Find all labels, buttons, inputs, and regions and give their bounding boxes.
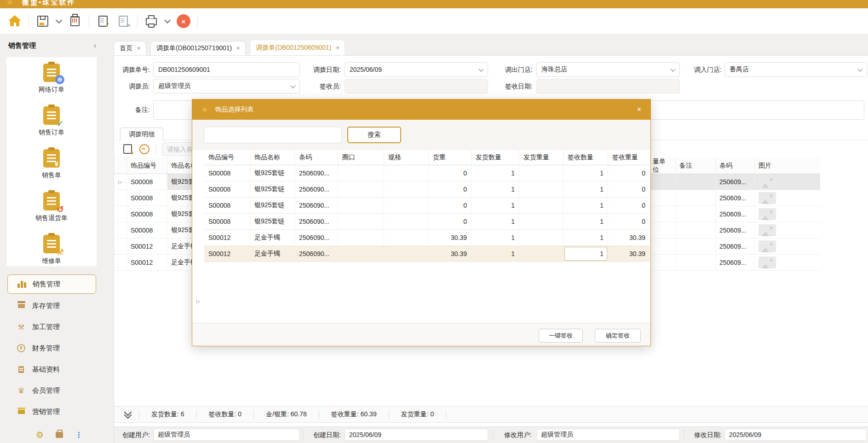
dialog-close-icon[interactable]: ×	[637, 105, 641, 114]
cell-weight-unit	[649, 174, 676, 190]
transfer-no-input[interactable]: DB001250609001	[153, 62, 300, 77]
sidebar-item-base-doc[interactable]: 基础资料	[7, 360, 96, 379]
row-expand-icon[interactable]: ▷	[196, 298, 200, 304]
cell-ship-qty: 1	[471, 181, 519, 198]
cell-ship-qty: 1	[471, 165, 519, 181]
sidebar-shortcut[interactable]: ¥销售单	[42, 149, 61, 180]
receive-all-button[interactable]: 一键签收	[539, 329, 583, 343]
chevron-down-icon	[478, 66, 483, 71]
confirm-receive-button[interactable]: 确定签收	[595, 329, 641, 343]
cell-item-code: S00008	[204, 181, 250, 198]
sidebar-item-marketing-box[interactable]: 营销管理	[7, 402, 96, 421]
table-row[interactable]: 250609...	[649, 239, 820, 255]
to-store-select[interactable]: 番禺店	[724, 62, 867, 77]
summary-item: 金/银重: 60.78	[254, 410, 319, 419]
chevron-down-icon	[857, 66, 862, 71]
table-row[interactable]: 250609...	[649, 174, 820, 190]
dialog-table-row[interactable]: S00012足金手镯2506090...30.391130.39	[204, 230, 650, 246]
item-select-dialog: ✳ 饰品选择列表 × 搜索 饰品编号饰品名称条码圈口规格货重发货数量发货重量签收…	[192, 99, 651, 346]
sidebar-item-processing[interactable]: ⚒加工管理	[7, 318, 96, 336]
tab-transfer-2[interactable]: 调拨单(DB001250609001)×	[250, 40, 345, 55]
home-button[interactable]	[5, 11, 25, 31]
layers-icon[interactable]	[124, 411, 132, 418]
chevron-down-icon	[290, 83, 295, 88]
from-store-select[interactable]: 海珠总店	[536, 62, 680, 77]
cell-image	[755, 255, 820, 271]
document-tabbar: 首页× 调拨单(DB001250719001)× 调拨单(DB001250609…	[108, 41, 868, 55]
receiver-input[interactable]	[345, 79, 488, 93]
add-item-icon[interactable]	[123, 144, 132, 154]
header-recv-weight: 签收重量	[608, 150, 650, 165]
sidebar-item-inventory-box[interactable]: 库存管理	[7, 297, 96, 315]
cell-ship-weight	[519, 198, 563, 214]
flower-icon: ✳	[201, 105, 207, 114]
table-row[interactable]: 250609...	[649, 222, 820, 239]
table-row[interactable]: 250609...	[649, 190, 820, 206]
print-more-button[interactable]	[161, 11, 173, 31]
module-label: 财务管理	[32, 344, 60, 353]
dialog-table-row[interactable]: S00008银925套链2506090...0110	[204, 181, 650, 198]
dialog-search-input[interactable]	[204, 127, 342, 143]
sidebar-collapse-icon[interactable]: ‹	[94, 41, 96, 49]
cell-image	[755, 190, 820, 206]
header-recv-qty: 签收数量	[563, 150, 608, 165]
close-icon[interactable]: ×	[236, 45, 240, 52]
sidebar-item-bar-chart[interactable]: 销售管理	[7, 274, 96, 294]
tab-transfer-1[interactable]: 调拨单(DB001250719001)×	[150, 41, 246, 55]
dialog-table-row[interactable]: S00008银925套链2506090...0110	[204, 214, 650, 230]
remove-item-icon[interactable]	[139, 144, 149, 154]
dialog-table-row[interactable]: S00008银925套链2506090...0110	[204, 165, 650, 181]
header-item-code: 饰品编号	[127, 157, 167, 174]
tab-transfer-detail[interactable]: 调拨明细	[120, 128, 163, 141]
search-button[interactable]: 搜索	[347, 127, 401, 143]
settings-gear-icon[interactable]: ⚙	[36, 430, 44, 440]
transfer-date-select[interactable]: 2025/06/09	[345, 62, 488, 77]
dialog-table-row[interactable]: S00008银925套链2506090...0110	[204, 198, 650, 214]
sidebar-shortcut[interactable]: ⚒维修单	[42, 235, 61, 265]
tab-home[interactable]: 首页×	[114, 41, 146, 55]
sidebar-item-finance-coin[interactable]: ¥财务管理	[7, 339, 96, 357]
close-icon[interactable]: ×	[137, 45, 140, 52]
audit-cancel-button[interactable]: ×	[113, 11, 133, 31]
doc-globe-icon: ⊕	[43, 64, 60, 82]
more-dots-icon[interactable]: ⋮	[75, 431, 82, 439]
delete-button[interactable]	[65, 11, 85, 31]
cell-item-code: S00008	[127, 222, 167, 239]
sidebar-shortcut[interactable]: ✓销售订单	[39, 106, 64, 137]
cell-item-name: 银925套链	[250, 165, 295, 181]
cell-weight-unit	[649, 222, 676, 239]
transfer-clerk-select[interactable]: 超级管理员	[153, 79, 300, 93]
table-row[interactable]: 250609...	[649, 255, 820, 271]
cell-ship-weight	[519, 165, 563, 181]
header-weight-unit: 量单位	[649, 157, 676, 174]
sidebar-drag-handle[interactable]: ··········	[0, 268, 108, 272]
cell-recv-qty: 1	[563, 181, 608, 198]
row-gutter	[114, 190, 127, 206]
save-more-button[interactable]	[53, 11, 65, 31]
receive-date-input[interactable]	[536, 79, 680, 93]
table-row[interactable]: 250609...	[649, 206, 820, 222]
cell-recv-qty: 1	[563, 214, 608, 230]
briefcase-icon[interactable]	[56, 432, 63, 438]
print-button[interactable]	[141, 11, 161, 31]
cell-ring-size	[338, 230, 384, 246]
cell-item-code: S00012	[204, 230, 250, 246]
sidebar-shortcut[interactable]: ⊕网络订单	[39, 64, 64, 94]
save-button[interactable]	[33, 11, 53, 31]
cell-barcode: 2506090...	[295, 198, 338, 214]
row-expand-icon[interactable]: ▷	[118, 179, 122, 185]
cell-ship-qty: 1	[471, 214, 519, 230]
close-window-button[interactable]: ×	[173, 11, 194, 31]
recv-qty-input[interactable]: 1	[564, 247, 607, 261]
sidebar-item-member-crown[interactable]: ♛会员管理	[7, 381, 96, 400]
sidebar-shortcut[interactable]: ↺销售退货单	[35, 192, 68, 222]
save-icon	[37, 16, 48, 27]
cell-ring-size	[338, 246, 384, 262]
dialog-table-row[interactable]: S00012足金手镯2506090...30.391130.39	[204, 246, 650, 262]
cell-ring-size	[338, 165, 384, 181]
close-icon[interactable]: ×	[336, 45, 339, 51]
shortcut-label: 网络订单	[39, 86, 64, 94]
audit-confirm-button[interactable]: ✓	[93, 11, 113, 31]
clipboard-check-icon: ✓	[43, 106, 60, 125]
cell-item-code: S00008	[127, 174, 167, 190]
